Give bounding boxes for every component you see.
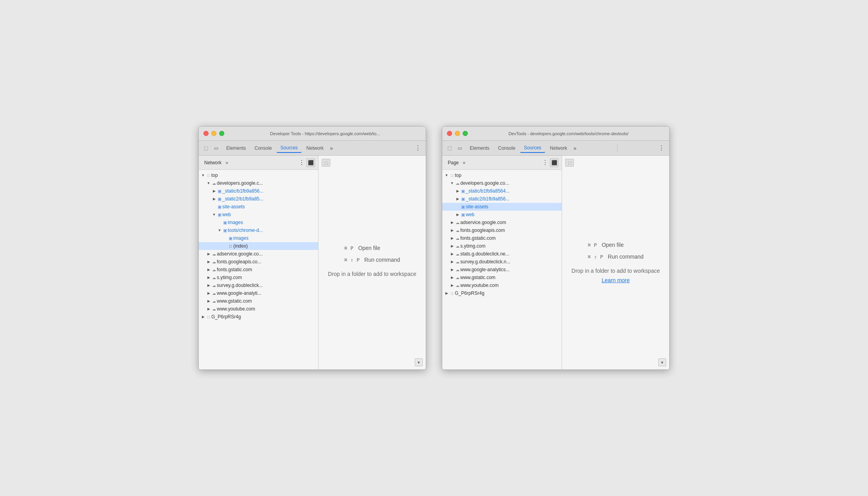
- tree-item-fontsgstatic-1[interactable]: ☁ fonts.gstatic.com: [199, 266, 318, 274]
- folder-icon-images1-1: ▣: [222, 220, 228, 225]
- tree-item-siteassets-2[interactable]: ▣ site-assets: [442, 203, 562, 211]
- arrow-developers-1: [206, 180, 211, 186]
- tree-item-top-1[interactable]: □ top: [199, 171, 318, 179]
- tree-item-web-1[interactable]: ▣ web: [199, 211, 318, 219]
- sidebar-more-1[interactable]: »: [225, 160, 228, 165]
- tab-more-1[interactable]: »: [328, 144, 335, 152]
- tree-item-gstatic-1[interactable]: ☁ www.gstatic.com: [199, 297, 318, 305]
- tree-item-adservice-2[interactable]: ☁ adservice.google.com: [442, 219, 562, 226]
- inspect-icon-2[interactable]: ⬚: [445, 144, 453, 152]
- tree-item-gstatic-2[interactable]: ☁ www.gstatic.com: [442, 274, 562, 281]
- open-file-kbd-2: ⌘ P: [588, 242, 597, 248]
- tree-item-adservice-1[interactable]: ☁ adservice.google.co...: [199, 250, 318, 258]
- close-button-2[interactable]: [447, 131, 452, 136]
- maximize-button-2[interactable]: [463, 131, 468, 136]
- scroll-bottom-1[interactable]: ▼: [415, 358, 423, 366]
- scroll-bottom-2[interactable]: ▼: [658, 358, 666, 366]
- run-cmd-row-1: ⌘ ⇧ P Run command: [344, 257, 400, 263]
- tree-item-youtube-1[interactable]: ☁ www.youtube.com: [199, 305, 318, 313]
- tree-item-survey-1[interactable]: ☁ survey.g.doubleclick...: [199, 281, 318, 289]
- tree-item-siteassets-1[interactable]: ▣ site-assets: [199, 203, 318, 211]
- device-icon-2[interactable]: ▭: [456, 144, 463, 152]
- label-static1-1: _static/b1fb9a856...: [222, 188, 264, 194]
- frame-icon-gp6-2: □: [449, 290, 455, 296]
- arrow-fontsgoogleapis-2: [449, 228, 455, 233]
- tree-item-static1-1[interactable]: ▣ _static/b1fb9a856...: [199, 187, 318, 195]
- arrow-fontsgstatic-1: [206, 267, 211, 272]
- label-static2-1: _static2/b1fb9a85...: [222, 196, 264, 202]
- tree-item-survey-2[interactable]: ☁ survey.g.doubleclick.n...: [442, 258, 562, 266]
- tab-sources-1[interactable]: Sources: [277, 143, 302, 153]
- tree-item-images2-1[interactable]: ▣ images: [199, 234, 318, 242]
- tree-item-static2-1[interactable]: ▣ _static2/b1fb9a85...: [199, 195, 318, 203]
- tree-item-fontsgoogleapis-1[interactable]: ☁ fonts.googleapis.co...: [199, 258, 318, 266]
- devtools-window-2: DevTools - developers.google.com/web/too…: [442, 126, 670, 370]
- folder-icon-static2-2: ▣: [460, 196, 466, 202]
- cloud-icon-youtube-2: ☁: [455, 283, 460, 288]
- tree-item-web-2[interactable]: ▣ web: [442, 211, 562, 219]
- tree-item-googleanalytics-1[interactable]: ☁ www.google-analyti...: [199, 289, 318, 297]
- tree-item-images1-1[interactable]: ▣ images: [199, 219, 318, 226]
- tab-console-1[interactable]: Console: [251, 144, 276, 152]
- label-fontsgoogleapis-1: fonts.googleapis.co...: [217, 259, 261, 265]
- folder-icon-siteassets-2: ▣: [460, 204, 466, 209]
- tree-item-gp6-2[interactable]: □ G_P6rpRSr4g: [442, 289, 562, 297]
- tab-sources-2[interactable]: Sources: [520, 143, 545, 153]
- sidebar-panel-btn-2[interactable]: ⬛: [550, 158, 559, 167]
- arrow-top-1: [200, 173, 206, 178]
- sidebar-dots-1[interactable]: ⋮: [298, 159, 305, 166]
- tree-item-toolschrome-1[interactable]: ▣ tools/chrome-d...: [199, 226, 318, 234]
- inspect-icon-1[interactable]: ⬚: [202, 144, 210, 152]
- arrow-survey-2: [449, 259, 455, 265]
- tree-item-developers-2[interactable]: ☁ developers.google.co...: [442, 179, 562, 187]
- tab-elements-2[interactable]: Elements: [466, 144, 493, 152]
- tree-item-developers-1[interactable]: ☁ developers.google.c...: [199, 179, 318, 187]
- tab-network-1[interactable]: Network: [302, 144, 328, 152]
- tab-dots-1[interactable]: ⋮: [413, 144, 423, 152]
- sidebar-tab-page-2[interactable]: Page: [445, 159, 461, 166]
- minimize-button-2[interactable]: [455, 131, 460, 136]
- tree-item-top-2[interactable]: □ top: [442, 171, 562, 179]
- label-siteassets-2: site-assets: [466, 204, 488, 209]
- tree-item-static2-2[interactable]: ▣ _static2/b1fb9a856...: [442, 195, 562, 203]
- learn-more-link-2[interactable]: Learn more: [602, 277, 630, 283]
- divider-2: [617, 144, 617, 152]
- main-area-1: Network » ⋮ ⬛ □ top ☁ developers.google.…: [199, 156, 426, 369]
- sidebar-more-2[interactable]: »: [463, 160, 465, 165]
- open-file-label-2: Open file: [602, 242, 624, 248]
- tree-item-stats-2[interactable]: ☁ stats.g.doubleclick.ne...: [442, 250, 562, 258]
- device-icon-1[interactable]: ▭: [212, 144, 220, 152]
- tree-item-googleanalytics-2[interactable]: ☁ www.google-analytics...: [442, 266, 562, 274]
- sidebar-panel-btn-1[interactable]: ⬛: [306, 158, 315, 167]
- cloud-icon-googleanalytics-1: ☁: [211, 290, 217, 296]
- panel-button-2[interactable]: ⬚: [565, 159, 574, 167]
- folder-icon-static1-2: ▣: [460, 188, 466, 194]
- tab-network-2[interactable]: Network: [546, 144, 571, 152]
- tree-item-youtube-2[interactable]: ☁ www.youtube.com: [442, 281, 562, 289]
- cloud-icon-sytimg-1: ☁: [211, 275, 217, 280]
- tree-item-fontsgstatic-2[interactable]: ☁ fonts.gstatic.com: [442, 234, 562, 242]
- devtools-window-1: Developer Tools - https://developers.goo…: [198, 126, 426, 370]
- tree-item-gp6-1[interactable]: □ G_P6rpRSr4g: [199, 313, 318, 321]
- tree-item-fontsgoogleapis-2[interactable]: ☁ fonts.googleapis.com: [442, 226, 562, 234]
- run-cmd-label-2: Run command: [608, 254, 644, 260]
- sidebar-dots-2[interactable]: ⋮: [542, 159, 548, 166]
- tree-item-index-1[interactable]: 🗋 (index): [199, 242, 318, 250]
- sidebar-tab-network-1[interactable]: Network: [202, 159, 224, 166]
- tab-console-2[interactable]: Console: [494, 144, 519, 152]
- minimize-button-1[interactable]: [211, 131, 216, 136]
- tree-item-static1-2[interactable]: ▣ _static/b1fb9a8564...: [442, 187, 562, 195]
- tab-elements-1[interactable]: Elements: [222, 144, 250, 152]
- maximize-button-1[interactable]: [219, 131, 224, 136]
- label-static2-2: _static2/b1fb9a856...: [466, 196, 509, 202]
- tree-item-sytimg-2[interactable]: ☁ s.ytimg.com: [442, 242, 562, 250]
- label-images2-1: images: [233, 235, 249, 241]
- panel-button-1[interactable]: ⬚: [322, 159, 330, 167]
- arrow-stats-2: [449, 251, 455, 257]
- tree-item-sytimg-1[interactable]: ☁ s.ytimg.com: [199, 274, 318, 281]
- label-adservice-2: adservice.google.com: [460, 220, 506, 225]
- arrow-top-2: [444, 173, 449, 178]
- close-button-1[interactable]: [203, 131, 209, 136]
- tab-dots-2[interactable]: ⋮: [657, 144, 666, 152]
- tab-more-2[interactable]: »: [572, 144, 578, 152]
